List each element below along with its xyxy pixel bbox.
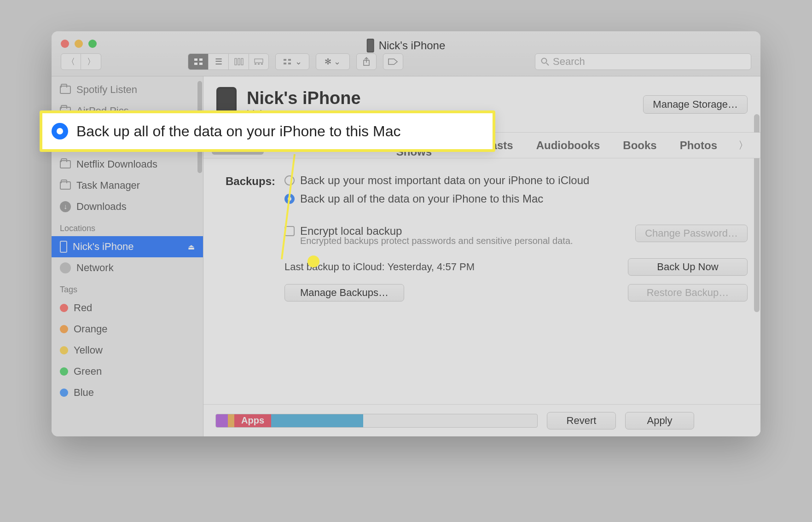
svg-rect-3: [199, 63, 203, 65]
svg-rect-14: [288, 63, 291, 64]
back-button[interactable]: 〈: [61, 53, 81, 70]
sidebar-tag[interactable]: Orange: [52, 319, 203, 340]
storage-segment: [271, 414, 363, 427]
manage-storage-button[interactable]: Manage Storage…: [643, 95, 748, 114]
column-view-button[interactable]: [228, 53, 249, 70]
sidebar-item-network[interactable]: Network: [52, 257, 203, 278]
svg-rect-9: [258, 64, 260, 64]
list-view-button[interactable]: ☰: [208, 53, 228, 70]
titlebar: Nick's iPhone 〈 〉 ☰: [52, 31, 760, 76]
tag-dot-icon: [60, 304, 68, 312]
network-icon: [60, 262, 71, 273]
encrypt-subtext: Encrypted backups protect passwords and …: [300, 236, 627, 246]
share-button[interactable]: [356, 53, 377, 70]
window-controls: [61, 40, 97, 48]
tabs-scroll-right[interactable]: 〉: [735, 137, 752, 154]
group-by-button[interactable]: ⌄: [275, 53, 309, 70]
svg-rect-11: [284, 59, 286, 61]
device-name: Nick's iPhone: [247, 88, 361, 108]
window-title: Nick's iPhone: [367, 39, 446, 52]
svg-rect-7: [255, 59, 263, 63]
device-icon: [60, 241, 67, 253]
sidebar-tag[interactable]: Red: [52, 297, 203, 319]
svg-rect-2: [194, 63, 197, 65]
tab-books[interactable]: Books: [617, 136, 662, 155]
sidebar-tag[interactable]: Yellow: [52, 340, 203, 361]
icon-view-button[interactable]: [188, 53, 208, 70]
device-icon: [367, 39, 374, 52]
back-up-now-button[interactable]: Back Up Now: [628, 258, 748, 276]
sidebar-heading-tags: Tags: [52, 278, 203, 297]
search-placeholder: Search: [553, 56, 585, 68]
backups-label: Backups:: [216, 174, 275, 302]
change-password-button[interactable]: Change Password…: [635, 225, 748, 242]
svg-rect-8: [255, 64, 256, 64]
radio-icon: [52, 123, 68, 139]
svg-rect-10: [261, 64, 263, 64]
sidebar-tag[interactable]: Green: [52, 361, 203, 382]
download-icon: ↓: [60, 201, 71, 212]
annotation-callout-text: Back up all of the data on your iPhone t…: [76, 123, 400, 140]
storage-segment: [216, 414, 228, 427]
backup-option-mac[interactable]: Back up all of the data on your iPhone t…: [284, 192, 748, 205]
window-title-text: Nick's iPhone: [379, 39, 446, 52]
tag-dot-icon: [60, 325, 68, 333]
sidebar-downloads[interactable]: ↓Downloads: [52, 196, 203, 217]
revert-button[interactable]: Revert: [547, 412, 616, 429]
eject-icon[interactable]: ⏏: [188, 243, 195, 251]
tag-dot-icon: [60, 367, 68, 376]
sidebar-folder[interactable]: Spotify Listen: [52, 79, 203, 100]
svg-rect-0: [194, 58, 197, 61]
apply-button[interactable]: Apply: [625, 412, 694, 429]
search-input[interactable]: Search: [535, 53, 751, 70]
annotation-leader-dot: [307, 255, 319, 267]
storage-bar: Apps: [215, 414, 538, 428]
tab-audiobooks[interactable]: Audiobooks: [531, 136, 606, 155]
action-menu-button[interactable]: ✻ ⌄: [316, 53, 350, 70]
forward-button[interactable]: 〉: [81, 53, 101, 70]
storage-segment-apps: Apps: [234, 414, 271, 427]
finder-window: Nick's iPhone 〈 〉 ☰: [52, 31, 760, 436]
restore-backup-button[interactable]: Restore Backup…: [628, 284, 748, 302]
minimize-icon[interactable]: [75, 40, 83, 48]
tags-button[interactable]: [383, 53, 403, 70]
sidebar-folder[interactable]: Task Manager: [52, 175, 203, 196]
svg-rect-12: [288, 59, 291, 61]
sidebar-tag[interactable]: Blue: [52, 382, 203, 403]
sidebar-heading-locations: Locations: [52, 217, 203, 236]
sidebar-folder[interactable]: Netflix Downloads: [52, 154, 203, 175]
svg-point-17: [542, 58, 547, 64]
gallery-view-button[interactable]: [249, 53, 269, 70]
svg-line-18: [546, 63, 549, 65]
svg-rect-1: [199, 58, 203, 61]
manage-backups-button[interactable]: Manage Backups…: [284, 284, 404, 302]
tab-photos[interactable]: Photos: [674, 136, 723, 155]
search-icon: [541, 58, 549, 66]
content-area: Backups: Back up your most important dat…: [203, 158, 760, 436]
svg-rect-13: [284, 63, 286, 64]
svg-rect-5: [238, 58, 240, 65]
close-icon[interactable]: [61, 40, 69, 48]
tag-dot-icon: [60, 346, 68, 354]
toolbar: 〈 〉 ☰ ⌄ ✻ ⌄: [52, 52, 760, 71]
svg-rect-4: [235, 58, 237, 65]
maximize-icon[interactable]: [88, 40, 97, 48]
sidebar-item-device[interactable]: Nick's iPhone ⏏: [52, 236, 203, 257]
footer: Apps Revert Apply: [203, 404, 760, 436]
backup-option-icloud[interactable]: Back up your most important data on your…: [284, 174, 748, 187]
annotation-callout: Back up all of the data on your iPhone t…: [40, 110, 495, 152]
view-mode-segment: ☰: [188, 53, 269, 70]
tag-dot-icon: [60, 389, 68, 397]
storage-segment: [228, 414, 234, 427]
svg-rect-6: [241, 58, 243, 65]
